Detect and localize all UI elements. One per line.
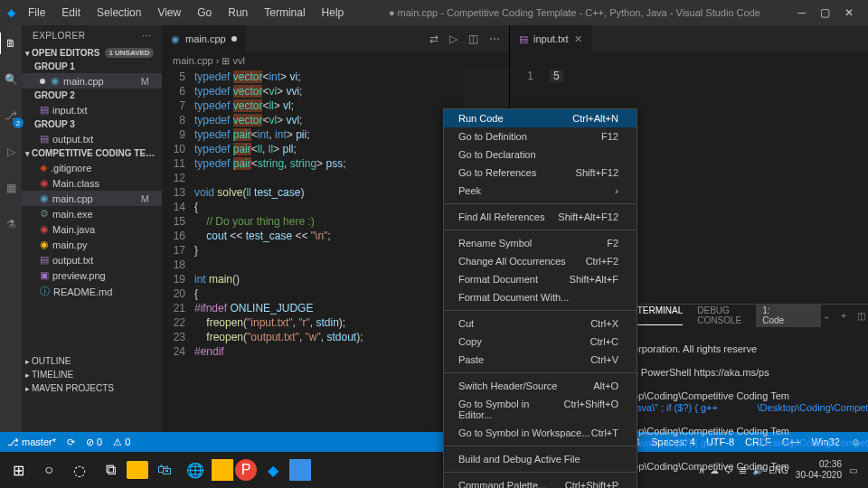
split-terminal-icon[interactable]: ◫ <box>857 311 865 321</box>
modified-dot-icon <box>231 36 237 42</box>
file-item[interactable]: ⚙main.exe <box>22 206 162 221</box>
context-menu-item[interactable]: Change All OccurrencesCtrl+F2 <box>444 252 637 270</box>
app-icon-2[interactable]: P <box>235 459 257 481</box>
context-menu-item[interactable]: Go to Symbol in Workspace...Ctrl+T <box>444 424 637 442</box>
menu-selection[interactable]: Selection <box>90 3 148 23</box>
context-menu-item[interactable]: CopyCtrl+C <box>444 333 637 351</box>
split-icon[interactable]: ◫ <box>468 33 478 45</box>
context-menu-item[interactable]: Peek› <box>444 182 637 200</box>
menu-bar: FileEditSelectionViewGoRunTerminalHelp <box>21 3 351 23</box>
outline-section[interactable]: ▸OUTLINE <box>22 354 162 368</box>
tabs-right: ▤input.txt✕ <box>510 25 868 52</box>
tabs-left: ◉main.cpp ⇄ ▷ ◫ ⋯ <box>162 25 509 52</box>
sidebar: EXPLORER⋯ ▾OPEN EDITORS1 UNSAVED GROUP 1… <box>22 25 162 432</box>
more-icon[interactable]: ⋯ <box>142 31 152 41</box>
context-menu-item[interactable]: Rename SymbolF2 <box>444 234 637 252</box>
activity-bar: 🗎 🔍 ⎇ ▷ ▦ ⚗ <box>0 25 22 432</box>
file-item[interactable]: ◉Main.class <box>22 175 162 191</box>
menu-help[interactable]: Help <box>315 3 352 23</box>
terminal-tab[interactable]: DEBUG CONSOLE <box>697 305 741 325</box>
open-editors-header[interactable]: ▾OPEN EDITORS1 UNSAVED <box>22 46 162 60</box>
cortana-icon[interactable]: ◌ <box>65 455 94 484</box>
file-item[interactable]: ◉main.py <box>22 237 162 252</box>
file-explorer-icon[interactable] <box>127 461 148 479</box>
minimize-icon[interactable]: ─ <box>797 6 806 19</box>
testing-icon[interactable]: ⚗ <box>0 213 22 235</box>
explorer-header: EXPLORER⋯ <box>22 25 162 46</box>
group-label: GROUP 3 <box>22 117 162 131</box>
context-menu-item[interactable]: Find All ReferencesShift+Alt+F12 <box>444 208 637 226</box>
maven-section[interactable]: ▸MAVEN PROJECTS <box>22 381 162 395</box>
context-menu-item[interactable]: Go to ReferencesShift+F12 <box>444 164 637 182</box>
run-icon[interactable]: ▷ <box>449 33 458 45</box>
chrome-icon[interactable]: 🌐 <box>181 455 210 484</box>
context-menu-item[interactable]: Command Palette...Ctrl+Shift+P <box>444 476 637 488</box>
file-item[interactable]: ◉Main.java <box>22 221 162 237</box>
explorer-icon[interactable]: 🗎 <box>0 33 21 54</box>
context-menu-item[interactable]: Format DocumentShift+Alt+F <box>444 270 637 288</box>
group-label: GROUP 1 <box>22 60 162 73</box>
context-menu-item[interactable]: Go to Declaration <box>444 145 637 164</box>
context-menu-item[interactable]: PasteCtrl+V <box>444 351 637 369</box>
vscode-logo-icon: ◆ <box>7 6 15 19</box>
context-menu-item[interactable]: Build and Debug Active File <box>444 450 637 468</box>
group-label: GROUP 2 <box>22 89 162 102</box>
tab-input-txt[interactable]: ▤input.txt✕ <box>510 25 591 52</box>
ms-store-icon[interactable]: 🛍 <box>150 455 179 484</box>
menu-file[interactable]: File <box>21 3 52 23</box>
more-icon[interactable]: ⋯ <box>489 33 500 45</box>
sync-icon[interactable]: ⟳ <box>67 436 75 448</box>
terminal-selector[interactable]: 1: Code <box>756 304 821 327</box>
project-header[interactable]: ▾COMPETITIVE CODING TEMPLATE - C+... <box>22 146 162 160</box>
file-item[interactable]: ⓘREADME.md <box>22 283 162 300</box>
context-menu-item[interactable]: Switch Header/SourceAlt+O <box>444 377 637 395</box>
context-menu-item[interactable]: Go to DefinitionF12 <box>444 127 637 145</box>
terminal-tab[interactable]: TERMINAL <box>637 305 684 325</box>
extensions-icon[interactable]: ▦ <box>0 177 22 199</box>
titlebar: ◆ FileEditSelectionViewGoRunTerminalHelp… <box>0 0 868 25</box>
menu-view[interactable]: View <box>150 3 188 23</box>
app-icon[interactable] <box>212 459 233 481</box>
compare-icon[interactable]: ⇄ <box>429 33 439 45</box>
menu-terminal[interactable]: Terminal <box>257 3 312 23</box>
context-menu-item[interactable]: Go to Symbol in Editor...Ctrl+Shift+O <box>444 395 637 424</box>
file-item[interactable]: ◈.gitignore <box>22 160 162 175</box>
search-icon[interactable]: ○ <box>34 455 63 484</box>
new-terminal-icon[interactable]: + <box>841 311 846 321</box>
tab-main-cpp[interactable]: ◉main.cpp <box>162 25 246 52</box>
timeline-section[interactable]: ▸TIMELINE <box>22 368 162 381</box>
file-item[interactable]: ▣preview.png <box>22 267 162 283</box>
task-view-icon[interactable]: ⧉ <box>96 455 125 484</box>
source-control-icon[interactable]: ⎇ <box>0 105 22 127</box>
menu-go[interactable]: Go <box>190 3 219 23</box>
app-icon-3[interactable] <box>289 459 311 481</box>
chevron-down-icon[interactable]: ⌄ <box>823 311 830 321</box>
errors-indicator[interactable]: ⊘ 0 <box>86 436 102 448</box>
branch-indicator[interactable]: ⎇ master* <box>7 436 56 448</box>
breadcrumb-right[interactable] <box>510 52 868 69</box>
breadcrumb[interactable]: main.cpp › ⊞ vvl <box>162 52 509 70</box>
menu-run[interactable]: Run <box>221 3 255 23</box>
close-icon[interactable]: ✕ <box>844 6 854 19</box>
window-controls: ─ ▢ ✕ <box>797 6 861 19</box>
debug-icon[interactable]: ▷ <box>0 141 22 163</box>
window-title: ● main.cpp - Competitive Coding Template… <box>351 7 797 18</box>
context-menu-item[interactable]: Format Document With... <box>444 288 637 306</box>
open-editor-item[interactable]: ▤input.txt <box>22 102 162 117</box>
warnings-indicator[interactable]: ⚠ 0 <box>113 436 130 448</box>
search-icon[interactable]: 🔍 <box>0 69 22 90</box>
context-menu-item[interactable]: Run CodeCtrl+Alt+N <box>444 109 637 127</box>
start-icon[interactable]: ⊞ <box>4 455 33 484</box>
file-item[interactable]: ▤output.txt <box>22 252 162 267</box>
context-menu-item[interactable]: CutCtrl+X <box>444 314 637 333</box>
close-tab-icon[interactable]: ✕ <box>574 33 582 45</box>
context-menu: Run CodeCtrl+Alt+NGo to DefinitionF12Go … <box>443 108 637 488</box>
open-editor-item[interactable]: ▤output.txt <box>22 131 162 146</box>
open-editor-item[interactable]: ◉main.cppM <box>22 73 162 89</box>
maximize-icon[interactable]: ▢ <box>820 6 830 19</box>
menu-edit[interactable]: Edit <box>54 3 88 23</box>
file-item[interactable]: ◉main.cppM <box>22 191 162 206</box>
vscode-app-icon[interactable]: ◆ <box>259 455 288 484</box>
